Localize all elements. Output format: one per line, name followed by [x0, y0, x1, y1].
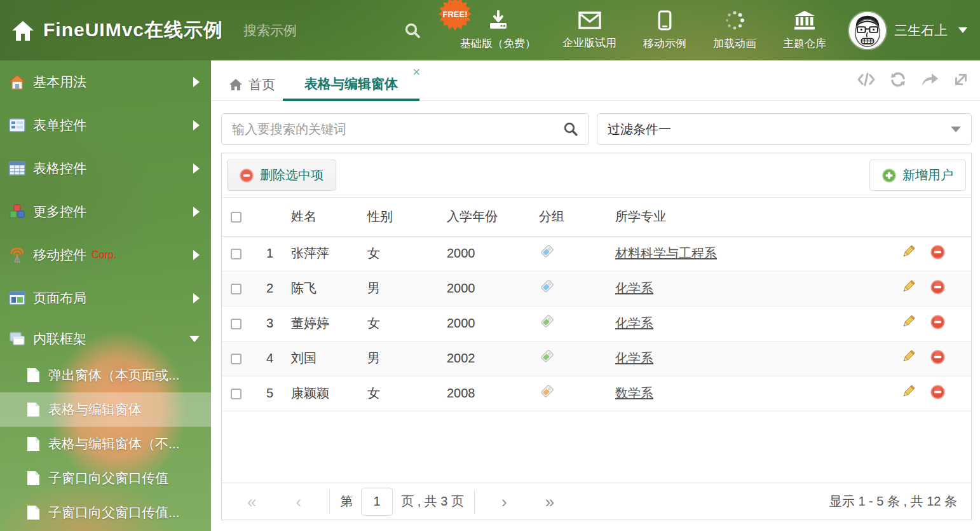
sidebar-item-label: 表单控件: [33, 116, 86, 134]
edit-pencil-icon[interactable]: [901, 280, 915, 294]
sidebar: 基本用法 表单控件 表格控件 更多控件: [0, 60, 211, 531]
house-icon: [9, 74, 25, 90]
major-link[interactable]: 化学系: [615, 351, 653, 365]
sidebar-item-iframe[interactable]: 内联框架: [0, 320, 211, 358]
edit-pencil-icon[interactable]: [901, 385, 915, 399]
delete-row-icon[interactable]: [930, 385, 945, 399]
sidebar-item-grid-controls[interactable]: 表格控件: [0, 147, 211, 190]
table-row: 2 陈飞 男 2000 化学系: [222, 271, 971, 306]
table-row: 5 康颖颖 女 2008 数学系: [222, 376, 971, 411]
prev-page-button[interactable]: ‹: [296, 493, 301, 510]
tab-active-label: 表格与编辑窗体: [304, 75, 398, 93]
share-icon[interactable]: [921, 72, 939, 87]
page-number-input[interactable]: [361, 488, 393, 516]
col-header-year: 入学年份: [447, 198, 539, 236]
sidebar-item-basic-usage[interactable]: 基本用法: [0, 60, 211, 104]
sidebar-subitem-child-to-parent[interactable]: 子窗口向父窗口传值: [0, 461, 211, 495]
minus-circle-icon: [240, 169, 254, 183]
tab-bar: 首页 表格与编辑窗体 ✕: [211, 60, 980, 101]
col-header-gender: 性别: [367, 198, 447, 236]
row-checkbox[interactable]: [231, 354, 242, 364]
app-root: FineUIMvc在线示例 基础版（免费） 企业版试用: [0, 0, 980, 531]
source-code-icon[interactable]: [857, 72, 875, 87]
cell-name: 陈飞: [291, 271, 367, 306]
edit-pencil-icon[interactable]: [901, 350, 915, 364]
nav-item-theme-store[interactable]: 主题仓库: [783, 10, 826, 51]
first-page-button[interactable]: «: [247, 493, 256, 510]
chevron-down-icon: [189, 336, 200, 342]
nav-item-mobile-demo[interactable]: 移动示例: [643, 10, 686, 51]
plus-circle-icon: [882, 169, 896, 183]
delete-row-icon[interactable]: [930, 315, 945, 329]
sidebar-subitem-label: 表格与编辑窗体: [48, 401, 142, 418]
form-icon: [9, 117, 25, 134]
nav-item-enterprise-trial[interactable]: 企业版试用: [562, 11, 616, 50]
edit-pencil-icon[interactable]: [901, 245, 915, 259]
add-user-label: 新增用户: [902, 167, 953, 184]
delete-selected-button[interactable]: 删除选中项: [227, 160, 336, 191]
filter-dropdown[interactable]: 过滤条件一: [597, 113, 972, 145]
corp-badge: Corp.: [92, 249, 116, 261]
sidebar-item-label: 页面布局: [33, 289, 86, 307]
delete-row-icon[interactable]: [930, 280, 945, 294]
sidebar-subitem-grid-edit-window[interactable]: 表格与编辑窗体: [0, 392, 211, 427]
nav-item-loading-anim[interactable]: 加载动画: [713, 10, 756, 51]
search-icon[interactable]: [563, 121, 578, 137]
tab-home[interactable]: 首页: [229, 69, 275, 100]
col-header-major: 所学专业: [615, 198, 901, 236]
row-checkbox[interactable]: [231, 319, 242, 329]
sidebar-item-form-controls[interactable]: 表单控件: [0, 104, 211, 147]
app-title: FineUIMvc在线示例: [43, 17, 223, 43]
sidebar-item-page-layout[interactable]: 页面布局: [0, 277, 211, 320]
refresh-icon[interactable]: [890, 72, 906, 87]
sidebar-subitem-label: 弹出窗体（本页面或...: [48, 366, 180, 384]
chevron-right-icon: [193, 207, 200, 217]
file-icon: [27, 436, 40, 452]
sidebar-subitem-child-to-parent-2[interactable]: 子窗口向父窗口传值...: [0, 495, 211, 530]
svg-text:FREE!: FREE!: [442, 10, 467, 19]
envelope-icon: [578, 11, 601, 30]
home-icon: [229, 78, 243, 91]
sidebar-subitem-label: 子窗口向父窗口传值: [48, 469, 168, 487]
add-user-button[interactable]: 新增用户: [869, 160, 966, 191]
search-icon[interactable]: [404, 22, 421, 39]
chevron-down-icon: [951, 127, 961, 132]
select-all-checkbox[interactable]: [231, 212, 242, 223]
sidebar-item-mobile-controls[interactable]: 移动控件 Corp.: [0, 233, 211, 277]
cell-gender: 男: [367, 341, 447, 376]
chevron-right-icon: [193, 120, 200, 130]
page-suffix-label: 页 , 共 3 页: [401, 493, 464, 510]
major-link[interactable]: 化学系: [615, 316, 653, 330]
row-checkbox[interactable]: [231, 284, 242, 294]
close-icon[interactable]: ✕: [412, 66, 421, 78]
cell-name: 刘国: [291, 341, 367, 376]
edit-pencil-icon[interactable]: [901, 315, 915, 329]
keyword-search-input[interactable]: [232, 122, 563, 137]
header-search-input[interactable]: [243, 23, 355, 38]
delete-selected-label: 删除选中项: [260, 167, 323, 184]
row-index: 4: [250, 341, 291, 376]
sidebar-subitem-grid-edit-window-no[interactable]: 表格与编辑窗体（不...: [0, 427, 211, 461]
frames-icon: [9, 331, 25, 347]
major-link[interactable]: 材料科学与工程系: [615, 246, 717, 260]
tab-grid-edit-window[interactable]: 表格与编辑窗体 ✕: [283, 69, 419, 101]
layout-icon: [9, 290, 25, 307]
brand[interactable]: FineUIMvc在线示例: [11, 17, 223, 43]
expand-icon[interactable]: [953, 72, 969, 87]
next-page-button[interactable]: ›: [501, 493, 507, 510]
sidebar-subitem-popup-window[interactable]: 弹出窗体（本页面或...: [0, 358, 211, 392]
table-row: 3 董婷婷 女 2000 化学系: [222, 306, 971, 341]
sidebar-item-more-controls[interactable]: 更多控件: [0, 190, 211, 233]
chevron-right-icon: [193, 250, 200, 260]
major-link[interactable]: 化学系: [615, 281, 653, 295]
chevron-right-icon: [193, 163, 200, 174]
row-checkbox[interactable]: [231, 249, 242, 259]
user-menu[interactable]: 三生石上: [849, 12, 967, 49]
major-link[interactable]: 数学系: [615, 386, 653, 400]
last-page-button[interactable]: »: [545, 493, 554, 510]
cell-gender: 女: [367, 236, 447, 271]
tag-icon: [539, 283, 554, 297]
delete-row-icon[interactable]: [930, 245, 945, 259]
delete-row-icon[interactable]: [930, 350, 945, 364]
row-checkbox[interactable]: [231, 389, 242, 399]
